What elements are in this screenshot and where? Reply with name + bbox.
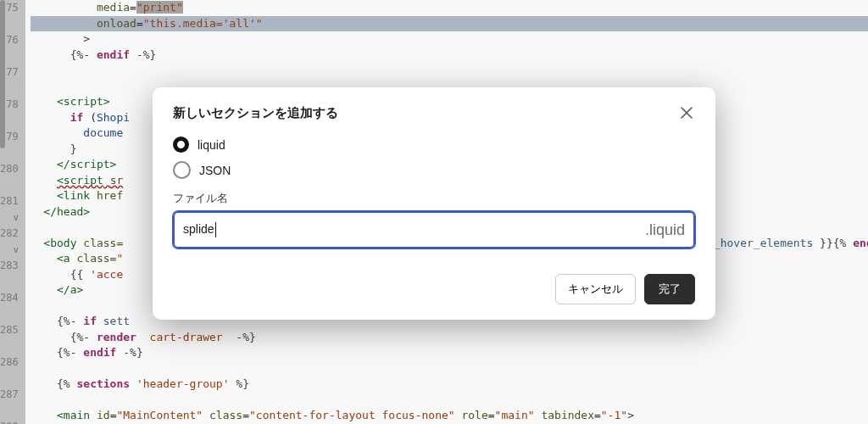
modal-actions: キャンセル 完了: [173, 274, 695, 304]
radio-option-liquid[interactable]: liquid: [173, 137, 695, 153]
close-icon[interactable]: [678, 104, 695, 121]
add-section-modal: 新しいセクションを追加する liquid JSON ファイル名 splide .…: [153, 87, 715, 320]
filename-input[interactable]: splide: [183, 222, 638, 237]
modal-header: 新しいセクションを追加する: [173, 104, 695, 121]
radio-icon: [173, 161, 191, 179]
radio-label: liquid: [198, 138, 225, 152]
done-button[interactable]: 完了: [644, 274, 695, 304]
cancel-button[interactable]: キャンセル: [555, 274, 636, 304]
radio-label: JSON: [199, 164, 231, 177]
filename-extension: .liquid: [645, 221, 685, 239]
modal-title: 新しいセクションを追加する: [173, 105, 338, 121]
filename-input-wrap[interactable]: splide .liquid: [173, 211, 695, 248]
radio-option-json[interactable]: JSON: [173, 161, 695, 179]
radio-icon: [173, 137, 189, 153]
filename-label: ファイル名: [173, 191, 695, 206]
text-caret: [215, 222, 216, 237]
modal-overlay: 新しいセクションを追加する liquid JSON ファイル名 splide .…: [0, 0, 868, 424]
